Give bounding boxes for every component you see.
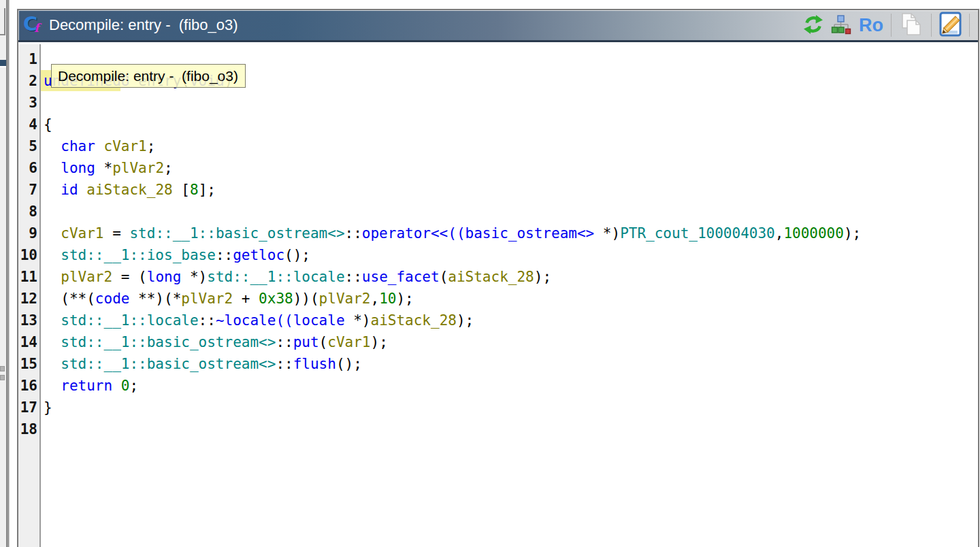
code-token[interactable]: std::__1::locale	[207, 269, 344, 285]
code-line[interactable]: cVar1 = std::__1::basic_ostream<>::opera…	[41, 222, 978, 244]
code-token[interactable]: plVar2	[112, 160, 164, 176]
code-token[interactable]: plVar2	[181, 291, 233, 307]
code-token[interactable]: ::	[345, 269, 362, 285]
code-token[interactable]: std::__1::basic_ostream<>	[129, 225, 344, 242]
code-line[interactable]: plVar2 = (long *)std::__1::locale::use_f…	[41, 266, 978, 288]
code-token[interactable]: ();	[336, 356, 362, 372]
code-token[interactable]: aiStack_28	[86, 182, 172, 198]
code-token[interactable]: 0	[121, 378, 130, 394]
code-line[interactable]: std::__1::basic_ostream<>::put(cVar1);	[41, 331, 978, 353]
splitter-grip[interactable]	[0, 366, 5, 371]
code-token[interactable]: flush	[293, 356, 336, 372]
code-token[interactable]: ::	[276, 334, 293, 350]
code-token[interactable]	[44, 312, 61, 329]
code-token[interactable]: getloc	[233, 247, 284, 263]
code-token[interactable]: plVar2	[61, 269, 112, 285]
code-token[interactable]: );	[844, 225, 861, 242]
code-token[interactable]: *)	[594, 225, 620, 242]
code-token[interactable]: cVar1	[61, 225, 103, 242]
code-token[interactable]: {	[44, 116, 52, 133]
code-token[interactable]: );	[457, 312, 474, 329]
code-line[interactable]: (**(code **)(*plVar2 + 0x38))(plVar2,10)…	[41, 288, 978, 310]
code-line[interactable]	[41, 92, 978, 114]
splitter-grip[interactable]	[0, 375, 5, 380]
code-token[interactable]: plVar2	[319, 291, 371, 307]
code-token[interactable]	[44, 138, 61, 154]
code-token[interactable]: char	[61, 138, 95, 154]
code-token[interactable]: =	[104, 225, 130, 242]
code-token[interactable]: std::__1::locale	[61, 312, 198, 329]
code-token[interactable]: ];	[199, 182, 216, 198]
code-line[interactable]: std::__1::ios_base::getloc();	[41, 244, 978, 266]
code-token[interactable]: cVar1	[104, 138, 147, 154]
code-token[interactable]: cVar1	[327, 334, 370, 350]
code-line[interactable]	[41, 201, 978, 222]
code-token[interactable]: }	[44, 399, 52, 416]
code-token[interactable]: std::__1::basic_ostream<>	[61, 356, 276, 372]
code-area[interactable]: undefined8 entry(void){ char cVar1; long…	[41, 44, 978, 547]
code-token[interactable]: (	[440, 269, 448, 285]
code-token[interactable]: );	[534, 269, 551, 285]
code-token[interactable]: *)	[181, 269, 207, 285]
code-token[interactable]	[44, 182, 61, 198]
code-line[interactable]: }	[41, 397, 978, 418]
code-token[interactable]: *)	[345, 312, 371, 329]
code-token[interactable]: ();	[284, 247, 310, 263]
graph-button[interactable]	[831, 14, 851, 37]
code-token[interactable]: *	[95, 160, 112, 176]
code-line[interactable]: long *plVar2;	[41, 157, 978, 179]
code-token[interactable]: ))(	[293, 291, 319, 307]
code-token[interactable]: code	[95, 291, 130, 307]
code-token[interactable]	[95, 138, 104, 154]
code-token[interactable]: 0x38	[259, 291, 293, 307]
code-token[interactable]: ,	[775, 225, 784, 242]
code-token[interactable]: use_facet	[362, 269, 440, 285]
code-token[interactable]: );	[396, 291, 413, 307]
code-token[interactable]: ::	[216, 247, 233, 263]
code-token[interactable]: ;	[147, 138, 156, 154]
code-token[interactable]: ::	[199, 312, 216, 329]
code-token[interactable]: aiStack_28	[448, 269, 534, 285]
code-token[interactable]: aiStack_28	[371, 312, 457, 329]
code-token[interactable]: 8	[190, 182, 199, 198]
code-token[interactable]	[112, 378, 121, 394]
code-token[interactable]: ;	[129, 378, 138, 394]
code-token[interactable]: std::__1::ios_base	[61, 247, 216, 263]
code-token[interactable]	[44, 356, 61, 372]
code-token[interactable]: 10	[379, 291, 396, 307]
code-token[interactable]: put	[293, 334, 319, 350]
refresh-button[interactable]	[803, 14, 823, 37]
code-token[interactable]: ((locale	[276, 312, 344, 329]
code-token[interactable]: ~locale	[216, 312, 276, 329]
code-token[interactable]	[44, 378, 61, 394]
code-token[interactable]	[44, 334, 61, 350]
edit-button[interactable]	[939, 12, 962, 39]
code-token[interactable]	[44, 160, 61, 176]
code-token[interactable]: operator<<	[362, 225, 448, 242]
code-token[interactable]: PTR_cout_100004030	[620, 225, 775, 242]
code-token[interactable]: **)(*	[129, 291, 181, 307]
code-token[interactable]	[78, 182, 87, 198]
code-line[interactable]	[41, 418, 978, 440]
code-token[interactable]: ::	[345, 225, 362, 242]
code-token[interactable]: basic_ostream<>	[466, 225, 595, 242]
code-token[interactable]	[44, 225, 61, 242]
code-token[interactable]: );	[370, 334, 387, 350]
code-token[interactable]: id	[61, 182, 78, 198]
decompile-panel-header[interactable]: C f Decompile: entry - (fibo_o3)	[18, 10, 978, 42]
code-token[interactable]: (	[319, 334, 328, 350]
code-token[interactable]: +	[233, 291, 259, 307]
code-token[interactable]: long	[147, 269, 182, 285]
code-token[interactable]	[44, 269, 61, 285]
code-token[interactable]: long	[61, 160, 95, 176]
code-token[interactable]: ((	[448, 225, 465, 242]
code-token[interactable]: (**(	[44, 291, 95, 307]
code-token[interactable]: ,	[370, 291, 379, 307]
copy-button[interactable]	[899, 12, 924, 39]
code-token[interactable]: = (	[112, 269, 147, 285]
code-line[interactable]: std::__1::locale::~locale((locale *)aiSt…	[41, 310, 978, 331]
code-line[interactable]: return 0;	[41, 375, 978, 397]
code-token[interactable]: [	[173, 182, 190, 198]
code-token[interactable]: ;	[164, 160, 173, 176]
code-line[interactable]: char cVar1;	[41, 135, 978, 157]
